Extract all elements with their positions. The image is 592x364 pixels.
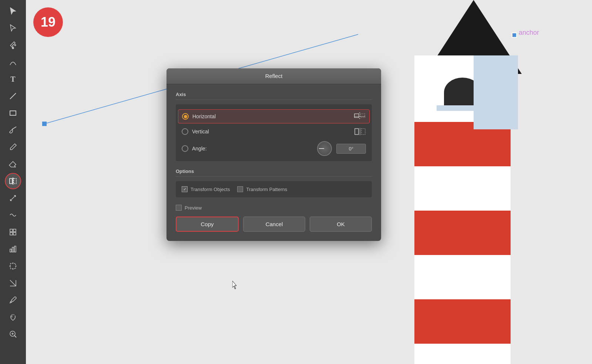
- direct-select-tool[interactable]: [5, 20, 21, 36]
- vertical-option[interactable]: Vertical: [182, 127, 366, 136]
- angle-input[interactable]: [336, 144, 366, 154]
- svg-rect-4: [10, 178, 12, 184]
- line-tool[interactable]: [5, 88, 21, 104]
- select-tool[interactable]: [5, 3, 21, 19]
- hand-tool[interactable]: [5, 309, 21, 325]
- rectangle-tool[interactable]: [5, 105, 21, 121]
- canvas-area: anchor Reflect Axis Horizontal: [26, 0, 592, 364]
- svg-rect-11: [10, 249, 11, 252]
- copy-button[interactable]: Copy: [176, 217, 239, 232]
- paintbrush-tool[interactable]: [5, 122, 21, 138]
- axis-radio-group: Horizontal: [176, 104, 372, 161]
- options-section: Options Transform Objects Transform Patt…: [176, 169, 372, 197]
- svg-rect-31: [361, 129, 365, 135]
- curvature-tool[interactable]: [5, 54, 21, 70]
- svg-marker-28: [359, 112, 360, 113]
- svg-line-3: [13, 127, 16, 129]
- svg-rect-30: [355, 129, 359, 135]
- svg-rect-24: [42, 122, 47, 126]
- svg-rect-26: [360, 114, 365, 118]
- checkbox-row: Transform Objects Transform Patterns: [182, 186, 366, 192]
- transform-patterns-checkbox[interactable]: [237, 186, 243, 192]
- cursor: [232, 281, 238, 291]
- transform-objects-checkbox[interactable]: [182, 186, 188, 192]
- lighthouse-illustration: anchor: [377, 0, 562, 364]
- horizontal-label: Horizontal: [192, 113, 350, 119]
- options-group: Transform Objects Transform Patterns: [176, 181, 372, 197]
- svg-marker-29: [359, 118, 360, 119]
- svg-rect-2: [10, 111, 16, 115]
- transform-patterns-label: Transform Patterns: [246, 187, 287, 192]
- svg-point-0: [12, 47, 14, 49]
- svg-line-1: [10, 93, 16, 99]
- svg-rect-5: [14, 178, 16, 184]
- eyedropper-tool[interactable]: [5, 292, 21, 308]
- anchor-label: anchor: [519, 29, 539, 37]
- svg-rect-9: [10, 232, 13, 235]
- axis-section-title: Axis: [176, 92, 372, 100]
- graph-tool[interactable]: [5, 241, 21, 257]
- preview-item[interactable]: Preview: [176, 205, 202, 211]
- pen-tool[interactable]: [5, 37, 21, 53]
- toolbar: T: [0, 0, 26, 364]
- type-tool[interactable]: T: [5, 71, 21, 87]
- anchor-point: [512, 33, 517, 38]
- zoom-tool[interactable]: [5, 326, 21, 342]
- transform-objects-item[interactable]: Transform Objects: [182, 186, 230, 192]
- scale-tool[interactable]: [5, 190, 21, 206]
- stripe-3: [414, 299, 511, 344]
- svg-rect-8: [13, 229, 16, 232]
- svg-rect-25: [354, 114, 359, 118]
- warp-tool[interactable]: [5, 207, 21, 223]
- vertical-radio[interactable]: [182, 128, 188, 135]
- axis-section: Axis Horizontal: [176, 92, 372, 161]
- symbol-tool[interactable]: [5, 224, 21, 240]
- reflect-dialog: Reflect Axis Horizontal: [166, 68, 381, 241]
- svg-rect-7: [10, 229, 13, 232]
- cancel-button[interactable]: Cancel: [243, 217, 305, 232]
- dialog-titlebar: Reflect: [166, 68, 381, 84]
- reflect-horizontal-icon: [354, 112, 366, 121]
- preview-row: Preview: [176, 205, 372, 211]
- svg-rect-10: [13, 232, 16, 235]
- dialog-title: Reflect: [265, 73, 283, 79]
- side-extension: [474, 55, 518, 129]
- horizontal-radio[interactable]: [182, 113, 189, 120]
- artboard-tool[interactable]: [5, 258, 21, 274]
- transform-patterns-item[interactable]: Transform Patterns: [237, 186, 287, 192]
- svg-rect-14: [10, 263, 16, 269]
- buttons-row: Copy Cancel OK: [176, 217, 372, 232]
- preview-label: Preview: [185, 205, 202, 211]
- angle-label: Angle:: [192, 146, 313, 152]
- pencil-tool[interactable]: [5, 139, 21, 155]
- reflect-vertical-icon: [354, 127, 366, 136]
- eraser-tool[interactable]: [5, 156, 21, 172]
- angle-dial[interactable]: [317, 141, 332, 156]
- transform-objects-label: Transform Objects: [191, 187, 230, 192]
- svg-line-20: [14, 336, 16, 337]
- ok-button[interactable]: OK: [310, 217, 372, 232]
- svg-rect-12: [12, 247, 14, 252]
- horizontal-option[interactable]: Horizontal: [178, 109, 370, 123]
- slice-tool[interactable]: [5, 275, 21, 291]
- angle-option[interactable]: Angle:: [182, 141, 366, 156]
- reflect-tool[interactable]: [5, 173, 21, 189]
- preview-checkbox[interactable]: [176, 205, 182, 211]
- step-badge: 19: [33, 7, 63, 37]
- vertical-label: Vertical: [192, 129, 350, 135]
- stripe-2: [414, 211, 511, 255]
- dialog-body: Axis Horizontal: [166, 84, 381, 241]
- svg-rect-13: [14, 246, 16, 252]
- options-section-title: Options: [176, 169, 372, 177]
- angle-radio[interactable]: [182, 145, 188, 152]
